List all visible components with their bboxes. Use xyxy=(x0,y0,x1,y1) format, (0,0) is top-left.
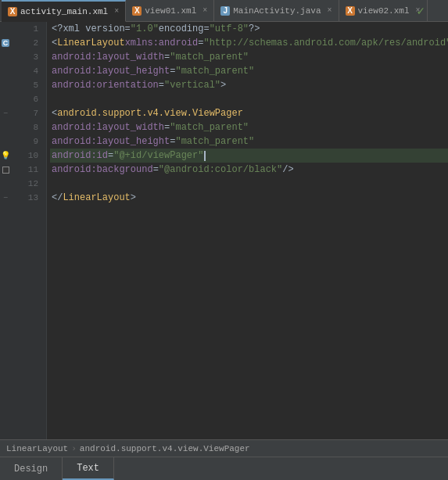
token-attr-value: "@android:color/black" xyxy=(159,164,282,175)
breadcrumb-item[interactable]: android.support.v4.view.ViewPager xyxy=(80,444,250,453)
tab-close-icon[interactable]: × xyxy=(327,7,332,15)
tab-close-icon[interactable]: × xyxy=(114,8,119,16)
code-line: android:layout_width="match_parent" xyxy=(50,50,448,64)
square-icon xyxy=(2,167,9,174)
token-punct: = xyxy=(159,80,164,91)
line-number: 1 xyxy=(11,24,43,34)
tab-activity_main[interactable]: Xactivity_main.xml× xyxy=(2,0,126,22)
line-number: 7 xyxy=(11,109,43,118)
gutter-row: 9 xyxy=(0,134,46,149)
gutter: 1C23456−789💡101112−13 xyxy=(0,22,47,439)
line-number: 6 xyxy=(11,95,43,104)
code-line: android:layout_height="match_parent" xyxy=(50,134,448,149)
xml-icon: X xyxy=(132,6,142,16)
code-content[interactable]: <?xml version="1.0" encoding="utf-8"?><L… xyxy=(47,22,448,439)
token-punct: = xyxy=(170,66,175,77)
code-line: android:background="@android:color/black… xyxy=(50,163,448,177)
bottom-tab-text[interactable]: Text xyxy=(63,457,114,480)
empty-gutter-icon xyxy=(0,178,11,189)
gutter-row: −13 xyxy=(0,191,46,205)
empty-gutter-icon xyxy=(0,136,11,147)
bottom-tab-bar: DesignText xyxy=(0,457,448,480)
breadcrumb-item[interactable]: LinearLayout xyxy=(6,444,68,453)
checkmark-icon: ✓ xyxy=(417,3,425,19)
gutter-row: 5 xyxy=(0,78,46,92)
bottom-tab-design[interactable]: Design xyxy=(0,457,63,480)
token-attr-value: "match_parent" xyxy=(170,122,249,133)
token-punct: = xyxy=(108,150,113,161)
token-punct: = xyxy=(170,136,175,147)
tab-overflow[interactable] xyxy=(439,0,448,21)
token-punct: </ xyxy=(52,192,63,203)
token-tag: LinearLayout xyxy=(57,38,124,48)
token-attr-value: "utf-8" xyxy=(210,23,249,34)
code-line: android:layout_width="match_parent" xyxy=(50,120,448,134)
token-attr-name: android:orientation xyxy=(52,80,159,91)
code-line: <LinearLayout xmlns:android="http://sche… xyxy=(50,36,448,50)
breadcrumb-bar: LinearLayout › android.support.v4.view.V… xyxy=(0,439,448,457)
line-number: 8 xyxy=(11,123,43,132)
token-punct: > xyxy=(131,192,136,203)
tab-view02[interactable]: Xview02.xml× xyxy=(339,0,428,21)
code-line: android:layout_height="match_parent" xyxy=(50,64,448,78)
gutter-row: 3 xyxy=(0,50,46,64)
token-attr-value: "match_parent" xyxy=(175,136,254,147)
token-attr-name: android:background xyxy=(52,164,153,175)
line-number: 10 xyxy=(11,151,43,160)
token-attr-value: "match_parent" xyxy=(170,52,249,63)
gutter-row: 8 xyxy=(0,120,46,134)
token-punct: /> xyxy=(282,164,293,175)
code-line: android:orientation="vertical"> xyxy=(50,78,448,92)
tab-label: view01.xml xyxy=(145,6,196,16)
code-line: <?xml version="1.0" encoding="utf-8"?> xyxy=(50,22,448,36)
xml-icon: X xyxy=(346,6,355,16)
token-punct: = xyxy=(198,38,203,48)
token-punct: = xyxy=(153,164,159,175)
empty-gutter-icon xyxy=(0,94,11,105)
bulb-icon: 💡 xyxy=(0,150,11,161)
gutter-row: 6 xyxy=(0,92,46,106)
gutter-row: 4 xyxy=(0,64,46,78)
line-number: 2 xyxy=(11,38,43,48)
token-punct: = xyxy=(164,52,170,63)
empty-gutter-icon xyxy=(0,23,11,34)
tab-close-icon[interactable]: × xyxy=(202,7,207,15)
text-cursor xyxy=(204,151,206,161)
gutter-row: 11 xyxy=(0,163,46,177)
token-attr-name: android:layout_height xyxy=(52,66,170,77)
line-number: 11 xyxy=(11,165,43,174)
tab-label: activity_main.xml xyxy=(20,7,108,16)
breadcrumb-separator: › xyxy=(71,444,77,453)
token-attr-name: android:layout_height xyxy=(52,136,170,147)
gutter-row: −7 xyxy=(0,106,46,120)
token-punct: ?> xyxy=(249,23,260,34)
gutter-row: 1 xyxy=(0,22,46,36)
token-tag: LinearLayout xyxy=(63,192,130,203)
editor-area: 1C23456−789💡101112−13 <?xml version="1.0… xyxy=(0,22,448,439)
fold-icon: − xyxy=(0,108,11,119)
c-badge-icon: C xyxy=(2,39,10,47)
token-attr-name: android:layout_width xyxy=(52,52,164,63)
token-tag: android.support.v4.view.ViewPager xyxy=(57,108,243,119)
code-line: <android.support.v4.view.ViewPager xyxy=(50,106,448,120)
token-attr-name: xmlns:android xyxy=(125,38,199,48)
code-line xyxy=(50,177,448,191)
token-attr-value: "@+id/viewPager" xyxy=(113,150,203,161)
code-line: </LinearLayout> xyxy=(50,191,448,205)
xml-icon: X xyxy=(8,7,17,16)
line-number: 13 xyxy=(11,193,43,202)
empty-gutter-icon xyxy=(0,66,11,77)
token-punct: encoding= xyxy=(159,23,210,34)
line-number: 5 xyxy=(11,81,43,90)
line-number: 9 xyxy=(11,137,43,146)
tab-main_activity[interactable]: JMainActivity.java× xyxy=(214,0,339,21)
gutter-row: C2 xyxy=(0,36,46,50)
java-icon: J xyxy=(220,6,230,16)
empty-gutter-icon xyxy=(0,52,11,63)
token-punct: < xyxy=(52,108,57,119)
token-punct: <?xml version= xyxy=(52,23,131,34)
token-attr-value: "http://schemas.android.com/apk/res/andr… xyxy=(203,38,448,48)
token-attr-name: android:id xyxy=(52,150,108,161)
tab-view01[interactable]: Xview01.xml× xyxy=(126,0,214,21)
fold-icon: − xyxy=(0,192,11,203)
